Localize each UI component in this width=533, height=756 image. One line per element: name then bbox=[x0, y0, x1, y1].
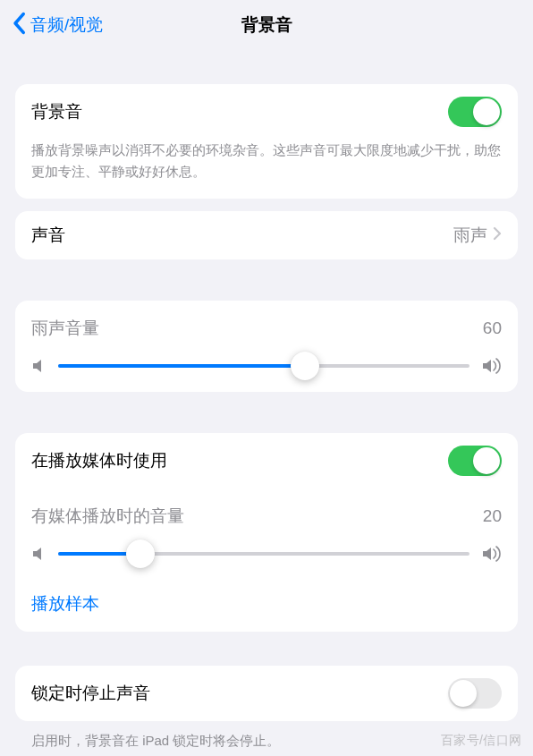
rain-volume-slider[interactable] bbox=[58, 364, 470, 368]
sound-label: 声音 bbox=[31, 224, 65, 247]
media-volume-slider[interactable] bbox=[58, 552, 470, 556]
lock-stop-group: 锁定时停止声音 bbox=[15, 666, 518, 721]
watermark: 百家号/信口网 bbox=[441, 733, 522, 749]
sound-group: 声音 雨声 bbox=[15, 211, 518, 259]
play-sample-button[interactable]: 播放样本 bbox=[15, 578, 518, 632]
navbar: 音频/视觉 背景音 bbox=[0, 0, 533, 50]
lock-stop-label: 锁定时停止声音 bbox=[31, 682, 150, 705]
sound-value: 雨声 bbox=[453, 224, 487, 247]
background-sound-desc: 播放背景噪声以消弭不必要的环境杂音。这些声音可最大限度地减少干扰，助您更加专注、… bbox=[15, 140, 518, 199]
media-toggle-row: 在播放媒体时使用 bbox=[15, 433, 518, 488]
background-sound-group: 背景音 播放背景噪声以消弭不必要的环境杂音。这些声音可最大限度地减少干扰，助您更… bbox=[15, 84, 518, 199]
media-volume-label: 有媒体播放时的音量 bbox=[31, 505, 184, 528]
media-group: 在播放媒体时使用 有媒体播放时的音量 20 bbox=[15, 433, 518, 632]
rain-volume-label: 雨声音量 bbox=[31, 317, 99, 340]
media-toggle-label: 在播放媒体时使用 bbox=[31, 449, 167, 472]
background-sound-toggle[interactable] bbox=[448, 97, 502, 127]
media-toggle[interactable] bbox=[448, 446, 502, 476]
chevron-right-icon bbox=[493, 226, 502, 244]
media-volume-value: 20 bbox=[483, 506, 502, 526]
back-button[interactable]: 音频/视觉 bbox=[11, 12, 103, 39]
rain-volume-value: 60 bbox=[483, 319, 502, 338]
chevron-left-icon bbox=[11, 12, 27, 39]
background-sound-label: 背景音 bbox=[31, 100, 82, 123]
lock-stop-row: 锁定时停止声音 bbox=[15, 666, 518, 721]
volume-high-icon bbox=[482, 358, 502, 374]
rain-volume-group: 雨声音量 60 bbox=[15, 301, 518, 392]
background-sound-row: 背景音 bbox=[15, 84, 518, 140]
volume-low-icon bbox=[31, 358, 46, 374]
volume-high-icon bbox=[482, 546, 502, 562]
back-label: 音频/视觉 bbox=[30, 13, 103, 37]
volume-low-icon bbox=[31, 546, 46, 562]
lock-stop-toggle[interactable] bbox=[448, 678, 502, 709]
sound-row[interactable]: 声音 雨声 bbox=[15, 211, 518, 259]
